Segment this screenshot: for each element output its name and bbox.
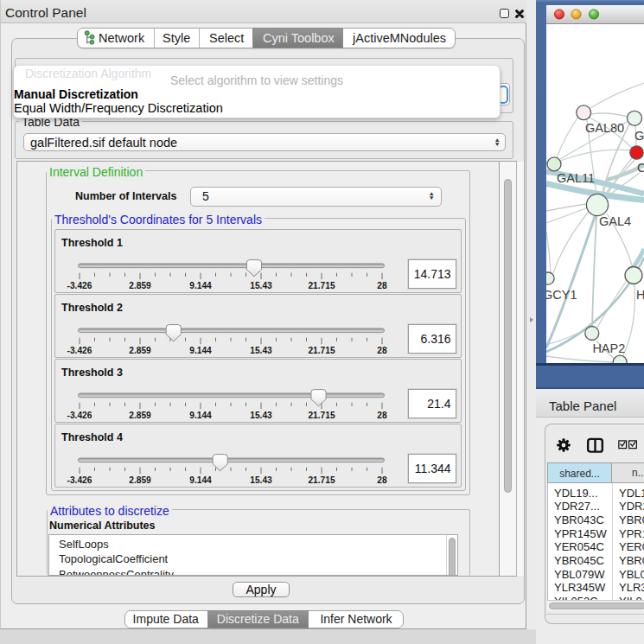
svg-text:GCY1: GCY1 — [546, 288, 577, 302]
svg-text:GAL80: GAL80 — [585, 120, 624, 134]
svg-text:GAL11: GAL11 — [557, 170, 595, 184]
svg-text:GA: GA — [634, 129, 644, 143]
svg-text:GAL4: GAL4 — [599, 214, 631, 228]
svg-text:HAP2: HAP2 — [592, 341, 625, 354]
svg-text:H: H — [636, 288, 644, 302]
svg-text:C: C — [637, 161, 644, 175]
